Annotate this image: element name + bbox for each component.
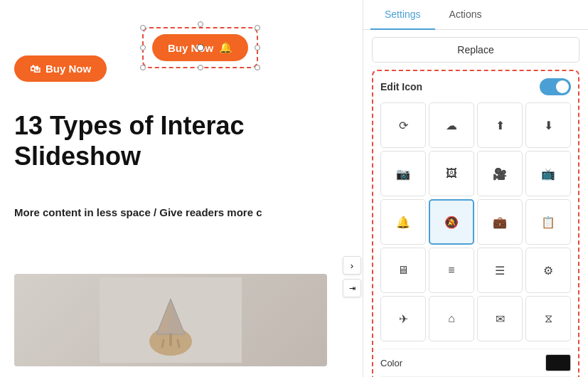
icon-cell-17[interactable]: ⌂: [429, 296, 474, 341]
icon-cell-9[interactable]: 🔕: [429, 199, 474, 245]
subheading: More content in less space / Give reader…: [14, 206, 262, 218]
handle-br[interactable]: [255, 65, 260, 70]
icon-cell-6[interactable]: 🎥: [477, 151, 523, 196]
color-label: Color: [380, 358, 402, 368]
icon-cell-16[interactable]: ✈: [380, 296, 426, 341]
icon-cell-12[interactable]: 🖥: [380, 248, 426, 293]
handle-bl[interactable]: [140, 65, 146, 70]
icon-cell-3[interactable]: ⬇: [525, 102, 571, 148]
buy-now-original-label: Buy Now: [46, 63, 91, 75]
svg-line-5: [162, 340, 164, 347]
bell-icon: 🔔: [219, 41, 232, 54]
icon-cell-5[interactable]: 🖼: [429, 151, 474, 196]
edit-icon-section: Edit Icon ⟳☁⬆⬇📷🖼🎥📺🔔🔕💼📋🖥≡☰⚙✈⌂✉⧖ Color Siz…: [372, 70, 579, 377]
icon-cell-1[interactable]: ☁: [429, 102, 474, 148]
buy-now-selected-button[interactable]: Buy Now 🔔: [152, 34, 248, 61]
right-panel: Settings Actions Replace Edit Icon ⟳☁⬆⬇📷…: [363, 0, 588, 377]
image-placeholder: [14, 274, 327, 366]
left-panel: 🛍 Buy Now Buy Now 🔔 13 Types of Interac …: [0, 0, 363, 377]
icon-cell-7[interactable]: 📺: [525, 151, 571, 196]
toggle-slider: [540, 78, 571, 95]
icon-cell-4[interactable]: 📷: [380, 151, 426, 196]
replace-button[interactable]: Replace: [372, 37, 579, 63]
panel-collapse-button[interactable]: ›: [343, 256, 361, 275]
color-swatch[interactable]: [545, 354, 571, 371]
icon-cell-0[interactable]: ⟳: [380, 102, 426, 148]
tabs-row: Settings Actions: [363, 0, 588, 30]
icon-cell-2[interactable]: ⬆: [477, 102, 523, 148]
buy-now-selected-label: Buy Now: [168, 42, 213, 54]
selected-element-wrapper: Buy Now 🔔: [142, 27, 258, 68]
edit-icon-label: Edit Icon: [380, 81, 422, 92]
color-row: Color: [380, 349, 571, 376]
tab-settings[interactable]: Settings: [370, 0, 435, 30]
svg-line-6: [178, 340, 179, 347]
icon-cell-10[interactable]: 💼: [477, 199, 523, 245]
icon-grid: ⟳☁⬆⬇📷🖼🎥📺🔔🔕💼📋🖥≡☰⚙✈⌂✉⧖: [380, 102, 571, 341]
tab-actions[interactable]: Actions: [435, 0, 496, 30]
panel-content: Replace Edit Icon ⟳☁⬆⬇📷🖼🎥📺🔔🔕💼📋🖥≡☰⚙✈⌂✉⧖ C…: [363, 30, 588, 377]
handle-tr[interactable]: [255, 25, 260, 31]
icon-cell-13[interactable]: ≡: [429, 248, 474, 293]
buy-now-original-button[interactable]: 🛍 Buy Now: [14, 55, 107, 82]
handle-mr[interactable]: [255, 45, 260, 51]
icon-cell-15[interactable]: ⚙: [525, 248, 571, 293]
icon-cell-14[interactable]: ☰: [477, 248, 523, 293]
icon-cell-18[interactable]: ✉: [477, 296, 523, 341]
image-area: [14, 274, 327, 366]
edit-icon-toggle[interactable]: [540, 78, 571, 95]
vertical-divider: [363, 0, 363, 377]
shopping-bag-icon: 🛍: [30, 63, 41, 75]
handle-ml[interactable]: [140, 45, 146, 51]
icon-cell-8[interactable]: 🔔: [380, 199, 426, 245]
icon-cell-19[interactable]: ⧖: [525, 296, 571, 341]
icon-cell-11[interactable]: 📋: [525, 199, 571, 245]
panel-expand-button[interactable]: ⇥: [343, 279, 361, 297]
edit-icon-header: Edit Icon: [380, 78, 571, 95]
hand-image-svg: [100, 277, 242, 363]
handle-bc[interactable]: [198, 65, 203, 70]
main-heading: 13 Types of Interac Slideshow: [14, 110, 244, 171]
handle-tc[interactable]: [198, 21, 203, 27]
handle-tl[interactable]: [140, 25, 146, 31]
